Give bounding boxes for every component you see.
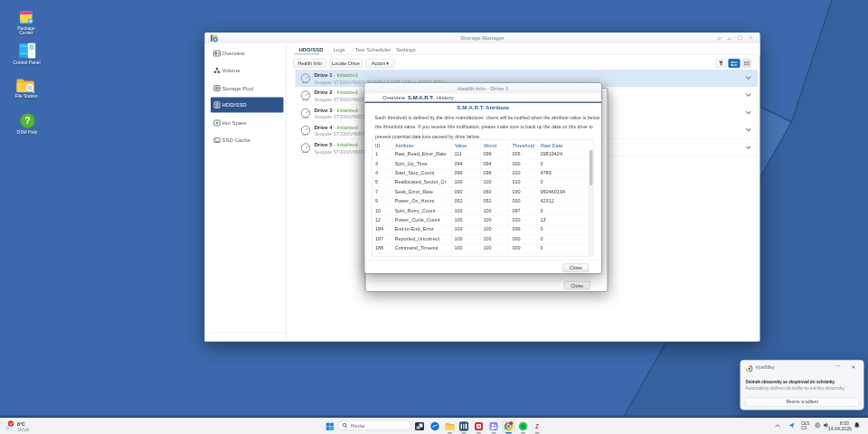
svg-text:?: ?: [24, 116, 30, 126]
svg-text:Z: Z: [535, 423, 539, 429]
